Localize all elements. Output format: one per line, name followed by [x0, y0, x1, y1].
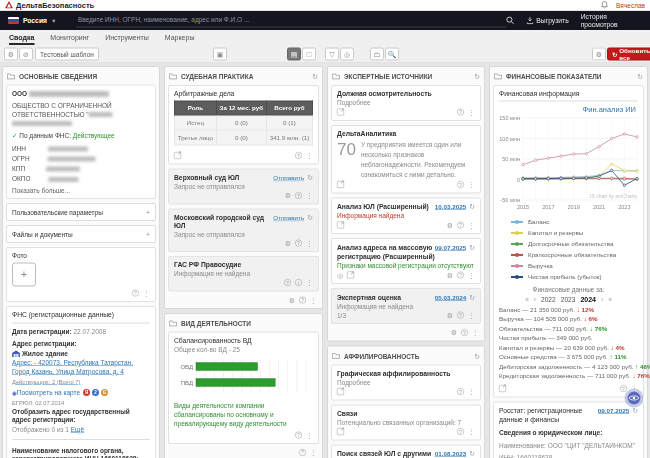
- page-2024[interactable]: 2024: [580, 295, 596, 303]
- tab-markery[interactable]: Маркеры: [165, 30, 195, 45]
- help-icon[interactable]: ?: [284, 279, 291, 286]
- template-button[interactable]: Тестовый шаблон: [35, 48, 99, 61]
- kebab-menu-icon[interactable]: ⋮: [468, 311, 475, 319]
- bell-icon[interactable]: [601, 1, 608, 9]
- details-link[interactable]: Подробнее: [337, 379, 475, 387]
- kebab-menu-icon[interactable]: ⋮: [306, 239, 313, 247]
- tab-instrumenty[interactable]: Инструменты: [105, 30, 149, 45]
- external-link-icon[interactable]: [337, 222, 344, 229]
- external-link-icon[interactable]: [337, 428, 344, 435]
- help-icon[interactable]: ?: [457, 181, 464, 188]
- page-next[interactable]: ›: [601, 295, 603, 303]
- filter-button[interactable]: ▽: [325, 48, 339, 61]
- page-2022[interactable]: 2022: [541, 295, 556, 303]
- legend-item[interactable]: Капитал и резервы: [511, 230, 638, 237]
- refresh-all-button[interactable]: ↻ Обновить все: [607, 48, 650, 61]
- external-link-icon[interactable]: [499, 385, 506, 392]
- kebab-menu-icon[interactable]: ⋮: [310, 448, 317, 456]
- help-icon[interactable]: ?: [299, 297, 306, 304]
- kebab-menu-icon[interactable]: ⋮: [468, 221, 475, 229]
- gear-button[interactable]: ⚙: [592, 48, 606, 61]
- collapsed-user-params[interactable]: Пользовательские параметры+: [6, 203, 156, 221]
- folder-button[interactable]: 🗀: [370, 48, 384, 61]
- help-icon[interactable]: ?: [299, 449, 306, 456]
- external-link-icon[interactable]: [337, 109, 344, 116]
- help-icon[interactable]: ?: [457, 388, 464, 395]
- refresh-icon[interactable]: ↻: [307, 214, 313, 222]
- kebab-menu-icon[interactable]: ⋮: [468, 428, 475, 436]
- kebab-menu-icon[interactable]: ⋮: [468, 181, 475, 189]
- gear-icon[interactable]: ⚙: [285, 192, 291, 200]
- tab-monitoring[interactable]: Мониторинг: [50, 30, 89, 45]
- gear-icon[interactable]: ⚙: [285, 239, 291, 247]
- refresh-icon[interactable]: ↻: [307, 174, 313, 182]
- external-link-icon[interactable]: [337, 181, 344, 188]
- settings-button[interactable]: ⚙: [4, 48, 18, 61]
- collapsed-files[interactable]: Файлы и документы+: [6, 225, 156, 243]
- page-prev[interactable]: ‹: [534, 295, 536, 303]
- refresh-icon[interactable]: ↻: [469, 293, 475, 301]
- send-request-link[interactable]: Отправить: [273, 215, 304, 222]
- zoom-button[interactable]: 🔍: [385, 48, 399, 61]
- help-icon[interactable]: ?: [457, 312, 464, 319]
- kebab-menu-icon[interactable]: ⋮: [310, 296, 317, 304]
- kebab-menu-icon[interactable]: ⋮: [306, 192, 313, 200]
- legend-item[interactable]: Выручка: [511, 263, 638, 270]
- refresh-icon[interactable]: ↻: [632, 407, 638, 415]
- search-icon[interactable]: [506, 16, 514, 25]
- search-input[interactable]: Введите ИНН, ОГРН, наименование, адрес и…: [76, 14, 506, 28]
- address-link[interactable]: Адрес: - 420073, Республика Татарстан, Г…: [12, 359, 150, 386]
- legend-item[interactable]: Долгосрочные обязательства: [511, 241, 638, 248]
- kebab-menu-icon[interactable]: ⋮: [468, 388, 475, 396]
- country-selector[interactable]: Россия ▼: [8, 17, 76, 25]
- legend-item[interactable]: Чистая прибыль (убыток): [511, 274, 638, 281]
- google-maps-icon[interactable]: G: [101, 389, 108, 396]
- show-more-link[interactable]: Показать больше...: [12, 187, 150, 195]
- refresh-icon[interactable]: ↻: [637, 73, 643, 81]
- help-icon[interactable]: ?: [457, 428, 464, 435]
- kebab-menu-icon[interactable]: ⋮: [306, 431, 313, 439]
- more-addresses-link[interactable]: Ещё: [71, 425, 84, 433]
- eye-icon[interactable]: ◎: [337, 271, 343, 279]
- external-link-icon[interactable]: [347, 272, 354, 279]
- report-date-link[interactable]: 09.07.2025: [598, 408, 629, 415]
- gear-icon[interactable]: ⚙: [447, 221, 453, 229]
- map-link[interactable]: Посмотреть на карте: [17, 389, 80, 397]
- assistant-floating-button[interactable]: [625, 389, 644, 408]
- kebab-menu-icon[interactable]: ⋮: [306, 152, 313, 160]
- tab-svodka[interactable]: Сводка: [9, 30, 34, 45]
- photo-upload-button[interactable]: +: [12, 263, 36, 287]
- gear-icon[interactable]: ⚙: [447, 311, 453, 319]
- page-first[interactable]: «: [525, 295, 529, 303]
- help-icon[interactable]: ?: [457, 272, 464, 279]
- gear-icon[interactable]: ⚙: [451, 329, 457, 337]
- external-link-icon[interactable]: [174, 152, 181, 159]
- kebab-menu-icon[interactable]: ⋮: [306, 279, 313, 287]
- grid-view-button[interactable]: ▤: [287, 48, 301, 61]
- export-button[interactable]: Выгрузить: [526, 17, 568, 25]
- help-icon[interactable]: ?: [461, 329, 468, 336]
- page-last[interactable]: »: [608, 295, 612, 303]
- refresh-icon[interactable]: ↻: [469, 203, 475, 211]
- legend-item[interactable]: Краткосрочные обязательства: [511, 252, 638, 259]
- kebab-menu-icon[interactable]: ⋮: [472, 329, 479, 337]
- badge-button[interactable]: ▣: [213, 48, 227, 61]
- 2gis-icon[interactable]: 2: [92, 389, 99, 396]
- report-date-link[interactable]: 01.08.2023: [435, 451, 466, 458]
- page-2023[interactable]: 2023: [561, 295, 576, 303]
- help-icon[interactable]: ?: [295, 431, 302, 438]
- refresh-icon[interactable]: ↻: [312, 73, 318, 81]
- legend-item[interactable]: Баланс: [511, 219, 638, 226]
- details-link[interactable]: Подробнее: [337, 99, 475, 107]
- info-icon[interactable]: i: [295, 279, 302, 286]
- help-icon[interactable]: ?: [295, 240, 302, 247]
- refresh-icon[interactable]: ↻: [474, 73, 480, 81]
- report-date-link[interactable]: 10.03.2025: [435, 204, 466, 211]
- help-icon[interactable]: ?: [132, 290, 139, 297]
- help-icon[interactable]: ?: [295, 192, 302, 199]
- user-name[interactable]: Вячеслав: [616, 1, 645, 9]
- fin-ai-link[interactable]: Фин.анализ ИИ: [499, 105, 636, 114]
- send-request-link[interactable]: Отправить: [273, 175, 304, 182]
- kebab-menu-icon[interactable]: ⋮: [468, 108, 475, 116]
- external-link-icon[interactable]: [337, 388, 344, 395]
